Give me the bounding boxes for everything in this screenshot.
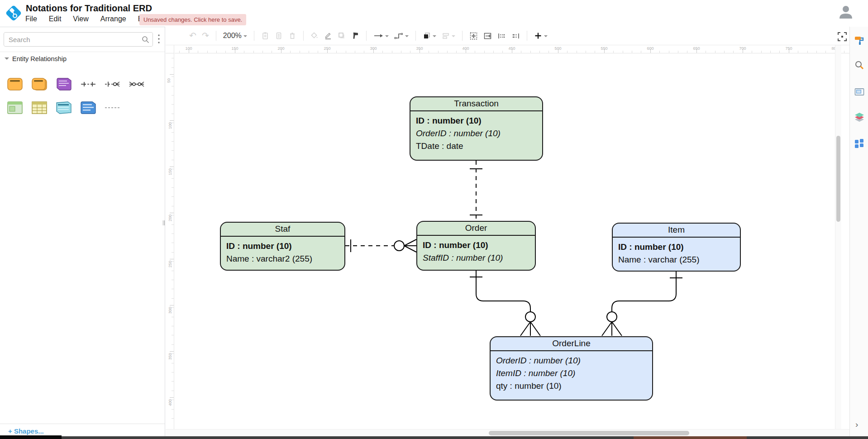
layers-icon[interactable]	[854, 112, 865, 123]
line-color-icon[interactable]	[324, 32, 332, 40]
entity-row: qty : number (10)	[491, 380, 652, 392]
shape-search	[4, 32, 153, 47]
entity-row: OrderID : number (10)	[491, 354, 652, 367]
distribute-vertical-icon[interactable]	[511, 32, 520, 40]
unsaved-changes-badge[interactable]: Unsaved changes. Click here to save.	[139, 14, 246, 25]
document-title: Notations for Traditional ERD	[26, 3, 152, 14]
search-icon	[142, 36, 149, 43]
ruler-label: 750	[785, 46, 792, 51]
fullscreen-icon[interactable]	[837, 31, 848, 42]
fill-color-icon[interactable]	[310, 32, 319, 40]
drawio-logo-icon	[4, 3, 24, 24]
ruler-label: 600	[647, 46, 653, 51]
redo-icon[interactable]: ↷	[202, 32, 209, 40]
ruler-label: 400	[168, 399, 172, 406]
entity-row: StaffID : number (10)	[417, 252, 535, 264]
palette-attribute-list-purple[interactable]	[56, 77, 72, 91]
copy-icon[interactable]	[275, 32, 283, 40]
entity-orderline[interactable]: OrderLine OrderID : number (10) ItemID :…	[490, 336, 653, 401]
ruler-label: 300	[370, 46, 377, 51]
ruler-vertical: 50100150200250300350400	[166, 53, 174, 429]
palette-list-striped-blue[interactable]	[56, 100, 72, 115]
menu-arrange[interactable]: Arrange	[100, 15, 126, 23]
drawio-app: Notations for Traditional ERD File Edit …	[0, 0, 868, 439]
ruler-label: 700	[739, 46, 746, 51]
drawing-canvas[interactable]: Transaction ID : number (10) OrderID : n…	[174, 53, 835, 429]
palette-table-grid[interactable]	[31, 100, 48, 115]
palette-dashed-link[interactable]	[104, 100, 120, 115]
menu-view[interactable]: View	[73, 15, 88, 23]
format-panel-icon[interactable]	[854, 35, 865, 46]
palette-relation-many-to-many[interactable]	[129, 77, 145, 91]
zoom-select[interactable]: 200%	[223, 32, 247, 40]
ruler-label: 550	[601, 46, 607, 51]
palette-table-green[interactable]	[7, 100, 23, 115]
entity-row: ID : number (10)	[410, 115, 542, 127]
palette-list-blue[interactable]	[80, 100, 96, 115]
ruler-label: 200	[277, 46, 284, 51]
ruler-label: 250	[168, 261, 172, 267]
entity-title: Order	[417, 222, 535, 236]
menu-edit[interactable]: Edit	[49, 15, 62, 23]
search-input[interactable]	[4, 33, 153, 46]
more-shapes-icon[interactable]	[854, 138, 865, 149]
undo-icon[interactable]: ↶	[189, 32, 196, 40]
sidebar-footer: + Shapes...	[0, 424, 165, 437]
fit-page-icon[interactable]	[469, 32, 478, 40]
entity-staf[interactable]: Staf ID : number (10) Name : varchar2 (2…	[220, 222, 345, 271]
entity-item[interactable]: Item ID : number (10) Name : varchar (25…	[612, 223, 741, 272]
canvas-region: 1001502002503003504004505005506006507007…	[166, 45, 849, 429]
horizontal-scrollbar-thumb[interactable]	[489, 431, 689, 435]
palette-relation-one-to-many[interactable]	[104, 77, 120, 91]
ruler-label: 250	[324, 46, 330, 51]
insert-plus-icon[interactable]	[534, 32, 548, 40]
outline-icon[interactable]	[854, 86, 865, 97]
horizontal-scrollbar[interactable]	[166, 429, 849, 437]
ruler-label: 650	[693, 46, 700, 51]
delete-icon[interactable]	[288, 32, 296, 40]
entity-row: Name : varchar (255)	[613, 253, 740, 266]
shadow-icon[interactable]	[338, 32, 346, 40]
sidebar-menu-dots-icon[interactable]	[157, 33, 161, 45]
ruler-horizontal: 1001502002503003504004505005506006507007…	[175, 45, 849, 53]
vertical-scrollbar-thumb[interactable]	[836, 136, 840, 222]
shapes-sidebar: Entity Relationship	[0, 27, 165, 436]
header: Notations for Traditional ERD File Edit …	[0, 0, 868, 27]
ruler-label: 150	[231, 46, 238, 51]
user-avatar-icon[interactable]	[837, 3, 854, 20]
toolbar: ↶ ↷ 200%	[166, 27, 849, 45]
entity-transaction[interactable]: Transaction ID : number (10) OrderID : n…	[410, 96, 543, 161]
ruler-label: 100	[168, 122, 172, 129]
waypoint-style-icon[interactable]	[394, 32, 409, 40]
more-shapes-link[interactable]: + Shapes...	[8, 427, 44, 435]
chevron-down-icon	[5, 57, 9, 62]
entity-order[interactable]: Order ID : number (10) StaffID : number …	[416, 221, 536, 271]
distribute-horizontal-icon[interactable]	[497, 32, 506, 40]
ruler-corner	[166, 45, 174, 53]
ruler-label: 300	[168, 307, 172, 314]
ruler-label: 150	[168, 168, 172, 175]
paste-icon[interactable]	[261, 32, 269, 40]
collapse-panel-chevron-icon[interactable]: ›	[855, 420, 863, 429]
palette-entity-orange[interactable]	[7, 77, 23, 91]
ruler-label: 500	[554, 46, 561, 51]
ruler-label: 200	[168, 215, 172, 221]
to-front-icon[interactable]	[423, 32, 436, 40]
window-bottom-edge-dark	[0, 435, 62, 439]
palette-relation-one-to-one[interactable]	[80, 77, 96, 91]
vertical-scrollbar[interactable]	[835, 45, 841, 429]
menu-file[interactable]: File	[25, 15, 37, 23]
search-shapes-icon[interactable]	[854, 60, 865, 71]
palette-entity-orange-2[interactable]	[31, 77, 48, 91]
ruler-label: 100	[185, 46, 192, 51]
entity-row: ID : number (10)	[221, 240, 344, 253]
section-title: Entity Relationship	[12, 55, 67, 62]
ruler-label: 450	[508, 46, 515, 51]
autosize-icon[interactable]	[483, 32, 492, 40]
connection-arrow-icon[interactable]	[373, 32, 389, 40]
format-painter-icon[interactable]	[351, 32, 359, 40]
ruler-label: 350	[416, 46, 423, 51]
entity-title: Staf	[221, 223, 344, 237]
align-icon[interactable]	[442, 32, 455, 40]
section-entity-relationship[interactable]: Entity Relationship	[5, 55, 67, 62]
